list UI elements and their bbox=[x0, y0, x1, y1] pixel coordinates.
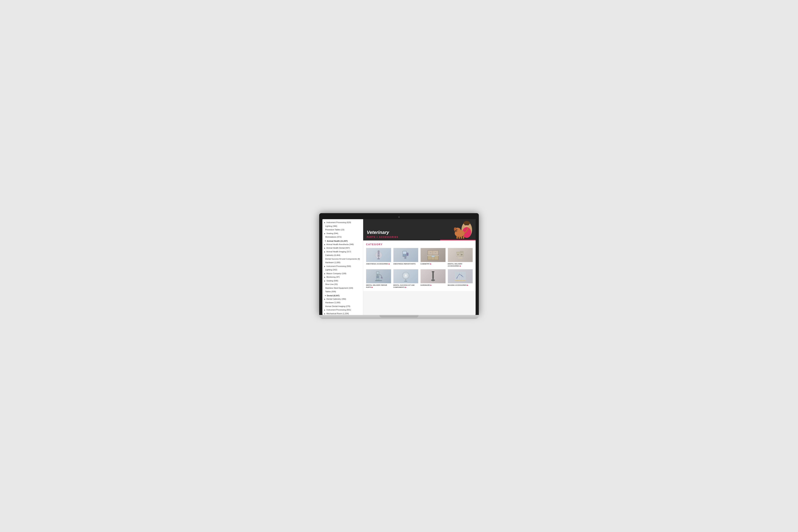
category-image-imaging-acc bbox=[448, 269, 473, 283]
collapse-arrow-icon: ▼ bbox=[324, 240, 326, 242]
hero-subtitle: PARTS + ACCESSORIES bbox=[367, 236, 398, 238]
sidebar-item-instrument-processing-top[interactable]: ▶ Instrument Processing (629) bbox=[322, 221, 363, 224]
svg-rect-57 bbox=[377, 272, 379, 273]
category-card-dental-delivery-repair[interactable]: DENTAL DELIVERY REPAIR PARTS ▶ bbox=[366, 269, 391, 288]
expand-arrow-icon: ▶ bbox=[324, 309, 325, 311]
svg-point-28 bbox=[403, 254, 404, 256]
sidebar-item-lighting-top[interactable]: Lighting (366) bbox=[322, 224, 363, 228]
dental-delivery-repair-icon bbox=[373, 270, 385, 283]
svg-rect-25 bbox=[377, 259, 380, 259]
expand-arrow-icon: ▶ bbox=[324, 313, 325, 315]
svg-rect-15 bbox=[456, 236, 458, 239]
svg-point-23 bbox=[378, 255, 379, 256]
svg-rect-24 bbox=[378, 257, 379, 259]
category-card-hardware[interactable]: HARDWARE ▶ bbox=[420, 269, 445, 288]
sidebar-item-hardware-ah[interactable]: Hardware (1,000) bbox=[322, 261, 363, 264]
sidebar-item-procedure-tables[interactable]: Procedure Tables (23) bbox=[322, 228, 363, 232]
sidebar-item-human-dental-imaging[interactable]: Human Dental Imaging (276) bbox=[322, 304, 363, 308]
sidebar-item-seating-top[interactable]: ▶ Seating (594) bbox=[322, 232, 363, 235]
svg-rect-62 bbox=[381, 278, 383, 279]
sidebar-section-dental[interactable]: ▼ Dental (8,547) bbox=[322, 293, 363, 297]
svg-rect-44 bbox=[435, 256, 438, 260]
dental-delivery-acc-icon bbox=[454, 249, 467, 261]
sidebar-item-mason-company[interactable]: ▶ Mason Company (108) bbox=[322, 272, 363, 276]
svg-rect-21 bbox=[378, 250, 380, 255]
cabinetry-icon bbox=[427, 249, 439, 261]
sidebar-item-dental-cabinetry[interactable]: ▶ Dental Cabinetry (356) bbox=[322, 297, 363, 301]
svg-point-54 bbox=[461, 254, 462, 255]
sidebar-section-animal-health[interactable]: ▼ Animal Health (11,037) bbox=[322, 239, 363, 243]
svg-point-47 bbox=[433, 255, 433, 256]
category-card-cabinetry[interactable]: CABINETRY ▶ bbox=[420, 248, 445, 267]
sidebar-item-seating-ah[interactable]: ▶ Seating (590) bbox=[322, 279, 363, 283]
svg-rect-59 bbox=[377, 276, 379, 277]
svg-point-12 bbox=[455, 230, 456, 231]
sidebar-item-mechanical-room[interactable]: ▶ Mechanical Room (1,204) bbox=[322, 312, 363, 315]
sidebar-item-cabinetry-ah[interactable]: Cabinetry (6,464) bbox=[322, 253, 363, 257]
svg-rect-68 bbox=[405, 279, 406, 281]
category-card-anesthesia-repair[interactable]: ANESTHESIA REPAIR PARTS bbox=[393, 248, 418, 267]
svg-point-98 bbox=[457, 278, 457, 279]
category-label-dental-delivery-acc: DENTAL DELIVERY ACCESSORIES ▶ bbox=[448, 263, 473, 267]
svg-rect-16 bbox=[459, 236, 460, 239]
hero-image bbox=[440, 219, 476, 241]
sidebar-item-hardware-dental[interactable]: Hardware (1,000) bbox=[322, 301, 363, 304]
svg-point-99 bbox=[461, 275, 462, 276]
category-label-cabinetry: CABINETRY ▶ bbox=[420, 263, 445, 265]
sidebar-item-animal-health-anesthesia[interactable]: ▶ Animal Health Anesthesia (348) bbox=[322, 243, 363, 246]
svg-point-85 bbox=[432, 280, 434, 281]
svg-rect-63 bbox=[375, 280, 382, 281]
category-grid: ANESTHESIA ACCESSORIES ▶ bbox=[366, 248, 473, 288]
dental-success-kit-icon bbox=[400, 270, 412, 283]
category-section: CATEGORY bbox=[363, 241, 476, 291]
sidebar-panel[interactable]: ▶ Instrument Processing (629) Lighting (… bbox=[322, 219, 363, 315]
svg-rect-49 bbox=[457, 252, 459, 253]
svg-rect-30 bbox=[403, 256, 406, 256]
sidebar-item-monitoring[interactable]: ▶ Monitoring (97) bbox=[322, 275, 363, 279]
category-label-dental-success: DENTAL SUCCESS KIT AND COMPONENTS ▶ bbox=[393, 284, 418, 288]
expand-arrow-icon: ▶ bbox=[324, 251, 325, 253]
category-image-anesthesia-repair bbox=[393, 248, 418, 262]
hero-banner: Veterinary PARTS + ACCESSORIES bbox=[363, 219, 476, 241]
category-card-anesthesia-accessories[interactable]: ANESTHESIA ACCESSORIES ▶ bbox=[366, 248, 391, 267]
svg-rect-19 bbox=[440, 240, 476, 241]
category-card-dental-success[interactable]: DENTAL SUCCESS KIT AND COMPONENTS ▶ bbox=[393, 269, 418, 288]
sidebar-item-workstations[interactable]: Workstations (972) bbox=[322, 235, 363, 239]
svg-point-67 bbox=[405, 275, 406, 276]
anesthesia-acc-icon bbox=[373, 249, 385, 261]
svg-point-32 bbox=[406, 253, 408, 255]
svg-point-14 bbox=[457, 229, 457, 230]
imaging-acc-icon bbox=[454, 270, 467, 283]
category-label-anesthesia-repair: ANESTHESIA REPAIR PARTS bbox=[393, 263, 418, 265]
svg-point-58 bbox=[377, 274, 378, 276]
laptop-mockup: ▶ Instrument Processing (629) Lighting (… bbox=[319, 213, 479, 319]
svg-point-13 bbox=[456, 229, 457, 230]
expand-arrow-icon: ▶ bbox=[324, 280, 325, 282]
sidebar-item-lighting-ah[interactable]: Lighting (342) bbox=[322, 268, 363, 272]
expand-arrow-icon: ▶ bbox=[324, 273, 325, 274]
category-label-hardware: HARDWARE ▶ bbox=[420, 284, 445, 286]
sidebar-item-instrument-processing-dental[interactable]: ▶ Instrument Processing (501) bbox=[322, 308, 363, 312]
category-image-hardware bbox=[420, 269, 445, 283]
svg-rect-17 bbox=[461, 236, 462, 239]
category-card-dental-delivery-acc[interactable]: DENTAL DELIVERY ACCESSORIES ▶ bbox=[448, 248, 473, 267]
sidebar-item-stainless-steel[interactable]: Stainless Steel Equipment (104) bbox=[322, 286, 363, 290]
hero-illustration bbox=[440, 219, 476, 241]
svg-point-50 bbox=[457, 254, 459, 255]
svg-point-29 bbox=[405, 254, 406, 256]
sidebar-item-animal-health-imaging[interactable]: ▶ Animal Health Imaging (317) bbox=[322, 250, 363, 253]
sidebar-item-tables-ah[interactable]: Tables (509) bbox=[322, 290, 363, 293]
category-section-header: CATEGORY bbox=[366, 243, 473, 246]
category-image-dental-success bbox=[393, 269, 418, 283]
expand-arrow-icon: ▶ bbox=[324, 298, 325, 300]
hardware-icon bbox=[427, 270, 439, 283]
sidebar-item-shor-line[interactable]: Shor-Line (53) bbox=[322, 283, 363, 286]
category-image-dental-delivery-acc bbox=[448, 248, 473, 262]
sidebar-item-dental-success-kit[interactable]: Dental Success Kit and Components (8) bbox=[322, 257, 363, 261]
anesthesia-repair-icon bbox=[400, 249, 412, 261]
sidebar-item-animal-health-dental[interactable]: ▶ Animal Health Dental (597) bbox=[322, 246, 363, 250]
expand-arrow-icon: ▶ bbox=[324, 222, 325, 224]
category-card-imaging-acc[interactable]: IMAGING ACCESSORIES ▶ bbox=[448, 269, 473, 288]
sidebar-item-instrument-processing-ah[interactable]: ▶ Instrument Processing (500) bbox=[322, 264, 363, 268]
expand-arrow-icon: ▶ bbox=[324, 247, 325, 249]
